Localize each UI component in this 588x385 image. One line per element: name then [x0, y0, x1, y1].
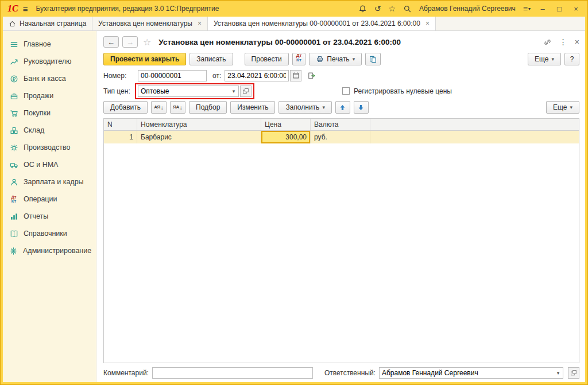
sidebar-item-administration[interactable]: Администрирование [3, 242, 96, 259]
price-type-input[interactable] [138, 86, 229, 96]
table-empty-area[interactable] [104, 143, 579, 363]
write-button[interactable]: Записать [189, 53, 233, 65]
cell-currency[interactable]: руб. [311, 131, 370, 143]
maximize-button[interactable]: □ [555, 5, 564, 13]
post-and-close-button[interactable]: Провести и закрыть [103, 53, 186, 65]
tab-label: Установка цен номенклатуры 00-00000001 о… [214, 20, 420, 28]
items-list-toolbar: Добавить АЯ ↓ ЯА ↓ Подбор Изменить Запол… [103, 99, 579, 116]
responsible-choose-button[interactable] [568, 367, 579, 379]
tab-price-setting-doc[interactable]: Установка цен номенклатуры 00-00000001 о… [208, 17, 436, 30]
current-user[interactable]: Абрамов Геннадий Сергеевич [419, 5, 516, 13]
sort-az-icon: АЯ [154, 105, 160, 110]
sidebar-item-sales[interactable]: Продажи [3, 87, 96, 104]
main-menu-icon[interactable]: ≡ [23, 4, 28, 14]
close-form-icon[interactable]: × [575, 37, 579, 46]
sidebar-item-purchases[interactable]: Покупки [3, 104, 96, 122]
dtkt-postings-button[interactable]: ДтКт [292, 53, 306, 65]
notifications-bell-icon[interactable] [358, 5, 367, 13]
form-header-actions: ⋮ × [543, 37, 579, 46]
items-table: N Номенклатура Цена Валюта 1 Барбарис 30… [103, 118, 579, 363]
forward-button[interactable]: → [122, 36, 138, 48]
form-more-button[interactable]: Еще ▾ [528, 53, 561, 65]
sidebar-item-label: Банк и касса [24, 75, 66, 83]
search-icon[interactable] [403, 5, 412, 13]
dropdown-icon[interactable]: ▾ [554, 370, 563, 376]
person-icon [9, 178, 18, 186]
sidebar-item-operations[interactable]: ДтКт Операции [3, 190, 96, 208]
sidebar-item-manager[interactable]: Руководителю [3, 53, 96, 70]
move-down-button[interactable] [354, 101, 369, 114]
sidebar-item-reports[interactable]: Отчеты [3, 208, 96, 225]
column-header-nomenclature[interactable]: Номенклатура [137, 119, 261, 130]
create-based-on-button[interactable] [365, 53, 381, 65]
number-input[interactable] [138, 70, 207, 81]
close-tab-icon[interactable]: × [198, 20, 202, 28]
dropdown-icon[interactable]: ▾ [229, 88, 238, 94]
calendar-button[interactable] [290, 70, 301, 81]
post-button[interactable]: Провести [245, 53, 289, 65]
document-toolbar: Провести и закрыть Записать Провести ДтК… [103, 50, 579, 68]
fill-button[interactable]: Заполнить ▾ [278, 101, 331, 114]
minimize-button[interactable]: – [538, 5, 547, 13]
favorites-icon[interactable]: ☆ [389, 4, 396, 13]
sidebar-item-directories[interactable]: Справочники [3, 225, 96, 242]
cell-nomenclature[interactable]: Барбарис [137, 131, 261, 143]
close-window-button[interactable]: × [571, 5, 581, 13]
register-zero-prices-checkbox[interactable] [342, 87, 350, 95]
history-icon[interactable]: ↺ [374, 4, 381, 13]
back-button[interactable]: ← [103, 36, 119, 48]
price-type-choose-button[interactable] [240, 85, 252, 97]
comment-input[interactable] [152, 367, 313, 379]
sidebar-item-label: ОС и НМА [24, 161, 58, 169]
cell-price[interactable]: 300,00 [261, 131, 311, 143]
home-icon [9, 20, 16, 28]
service-settings-icon[interactable]: ≡▾ [523, 4, 531, 13]
truck-icon [9, 161, 18, 169]
sidebar-item-bank-cash[interactable]: Банк и касса [3, 70, 96, 87]
sort-ascending-button[interactable]: АЯ ↓ [151, 101, 167, 114]
close-tab-icon[interactable]: × [425, 20, 430, 28]
cell-row-number[interactable]: 1 [104, 131, 137, 143]
titlebar: 1С ≡ Бухгалтерия предприятия, редакция 3… [3, 1, 585, 17]
print-button[interactable]: Печать ▾ [309, 53, 362, 65]
printer-icon [316, 55, 324, 63]
date-input[interactable] [225, 70, 289, 81]
open-register-icon[interactable] [306, 70, 318, 81]
responsible-input[interactable] [380, 368, 554, 378]
column-header-currency[interactable]: Валюта [311, 119, 370, 130]
book-icon [9, 230, 18, 238]
table-header-row: N Номенклатура Цена Валюта [104, 119, 579, 131]
warehouse-boxes-icon [9, 126, 18, 135]
column-header-empty [370, 119, 579, 130]
dtkt-icon: ДтКт [9, 195, 18, 203]
document-form: ← → ☆ Установка цен номенклатуры 00-0000… [96, 31, 585, 382]
sidebar-item-label: Продажи [24, 92, 53, 100]
sidebar-item-fixed-assets[interactable]: ОС и НМА [3, 156, 96, 173]
document-footer: Комментарий: Ответственный: ▾ [103, 363, 579, 379]
sort-descending-button[interactable]: ЯА ↓ [170, 101, 185, 114]
add-row-button[interactable]: Добавить [103, 101, 148, 114]
price-type-combo: ▾ [138, 85, 239, 97]
move-up-button[interactable] [335, 101, 350, 114]
table-row[interactable]: 1 Барбарис 300,00 руб. [104, 131, 579, 143]
column-header-price[interactable]: Цена [261, 119, 311, 130]
more-actions-icon[interactable]: ⋮ [559, 37, 567, 46]
sidebar-item-payroll-hr[interactable]: Зарплата и кадры [3, 173, 96, 190]
column-header-n[interactable]: N [104, 119, 137, 130]
list-more-button[interactable]: Еще ▾ [546, 101, 579, 114]
sidebar-item-production[interactable]: Производство [3, 139, 96, 156]
tab-price-setting-list[interactable]: Установка цен номенклатуры × [92, 17, 208, 30]
admin-gear-icon [9, 247, 18, 255]
get-link-icon[interactable] [543, 38, 552, 46]
help-button[interactable]: ? [564, 53, 579, 65]
titlebar-actions: ↺ ☆ Абрамов Геннадий Сергеевич ≡▾ – □ × [358, 4, 581, 13]
tab-home[interactable]: Начальная страница [3, 17, 92, 30]
favorite-star-icon[interactable]: ☆ [143, 37, 151, 48]
sidebar-item-warehouse[interactable]: Склад [3, 122, 96, 139]
sections-panel: Главное Руководителю Банк и касса Продаж… [3, 31, 96, 382]
dropdown-caret-icon: ▾ [570, 104, 572, 110]
edit-button[interactable]: Изменить [230, 101, 275, 114]
sidebar-item-main[interactable]: Главное [3, 36, 96, 53]
price-type-row: Тип цен: ▾ Регистрировать нулевые [103, 83, 579, 99]
pick-button[interactable]: Подбор [189, 101, 227, 114]
